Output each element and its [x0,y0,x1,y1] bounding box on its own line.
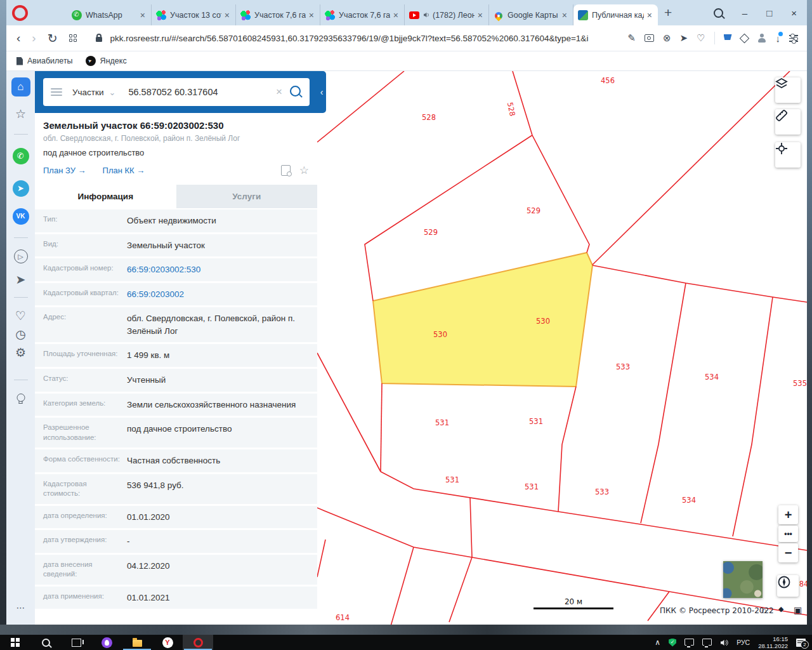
player-icon[interactable]: ▷ [14,249,28,263]
tab-close-icon[interactable]: × [646,10,653,20]
taskbar-search-icon[interactable] [30,635,61,650]
downloads-icon[interactable]: ↓ [776,33,781,44]
tab-audio-icon[interactable] [423,12,430,18]
tips-bulb-icon[interactable] [16,394,25,402]
browser-tab-1[interactable]: WhatsApp× [67,4,152,25]
maximize-button[interactable]: □ [766,8,772,18]
start-button[interactable] [0,635,30,650]
bookmark-aviabilety[interactable]: Авиабилеты [16,56,73,65]
sidebar-setup-icon[interactable] [739,33,749,43]
search-submit-icon[interactable] [290,86,301,99]
telegram-icon[interactable]: ➤ [13,180,29,197]
collapse-panel-handle[interactable]: ‹ [317,71,326,113]
overview-minimap[interactable] [723,561,763,598]
doc-search-icon[interactable] [281,165,291,176]
sidebar-more-icon[interactable]: ⋯ [16,603,25,612]
browser-tab-2[interactable]: Участок 13 сот. (× [152,4,236,25]
forward-button[interactable]: › [32,31,36,45]
notifications-icon[interactable]: 2 [796,639,806,647]
tab-information[interactable]: Информация [35,185,176,208]
object-summary: Земельный участок 66:59:0203002:530 обл.… [35,113,317,177]
parcel-number-label: 614 [336,613,350,622]
url-field[interactable]: pkk.rosreestr.ru/#/search/56.58701608245… [110,34,623,43]
cast-icon[interactable] [684,639,694,646]
shopping-cart-icon[interactable] [724,34,732,40]
ruler-button[interactable] [775,109,801,135]
zoom-out-button[interactable]: − [778,543,798,562]
zoom-in-button[interactable]: + [778,505,798,524]
tab-close-icon[interactable]: × [308,10,315,20]
reload-button[interactable]: ↻ [48,31,58,46]
tray-expand-icon[interactable]: ∧ [655,638,660,647]
info-row-4: Кадастровый квартал:66:59:0203002 [35,283,317,306]
secure-lock-icon[interactable] [96,37,102,42]
opera-taskbar-icon[interactable] [183,635,213,650]
history-clock-icon[interactable]: ◷ [15,328,26,340]
search-box[interactable]: Участки ⌄ 56.587052 60.317604 × [43,78,310,106]
easy-setup-icon[interactable] [789,34,798,42]
map-more-button[interactable]: ••• [778,526,798,542]
minimize-button[interactable]: – [742,8,747,18]
profile-icon[interactable] [757,33,767,43]
task-view-icon[interactable] [61,635,91,650]
adblock-icon[interactable]: ⊗ [663,32,671,44]
network-icon[interactable] [702,639,712,646]
browser-tab-6[interactable]: Google Карты× [489,4,573,25]
tab-search-icon[interactable] [714,8,723,18]
messenger-send-icon[interactable]: ➤ [16,274,26,286]
bookmarks-star-icon[interactable]: ☆ [15,108,26,120]
yandex-browser-icon[interactable]: Y [152,635,183,650]
defender-shield-icon[interactable]: ✓ [669,639,676,647]
parcel-boundaries [317,71,807,625]
back-button[interactable]: ‹ [16,31,20,45]
chevron-down-icon[interactable]: ⌄ [109,88,116,97]
tab-close-icon[interactable]: × [561,10,568,20]
clock[interactable]: 16:15 28.11.2022 [758,635,788,649]
browser-tab-3[interactable]: Участок 7,6 га (И× [236,4,320,25]
map-canvas[interactable]: 4565285285295295305305335345355315315315… [317,71,807,625]
selected-parcel-530[interactable] [373,253,593,387]
clear-search-icon[interactable]: × [276,86,282,98]
language-indicator[interactable]: РУС [737,639,750,646]
file-explorer-icon[interactable] [122,635,152,650]
search-category-select[interactable]: Участки [72,88,104,97]
scale-bar [534,607,613,609]
tab-close-icon[interactable]: × [223,10,231,20]
my-flow-icon[interactable]: ➤ [679,32,688,44]
plan-kk-link[interactable]: План КК → [103,166,145,175]
browser-tab-4[interactable]: Участок 7,6 га (И× [320,4,405,25]
new-tab-button[interactable]: + [664,5,672,20]
close-window-button[interactable]: × [791,8,797,18]
menu-burger-icon[interactable] [51,88,62,96]
center-target-button[interactable] [775,142,801,168]
plan-zu-link[interactable]: План ЗУ → [43,166,86,175]
browser-tab-5[interactable]: (1782) Леони× [405,4,489,25]
bookmark-edit-icon[interactable]: ✎ [627,32,636,44]
tab-close-icon[interactable]: × [476,10,484,20]
layers-button[interactable] [775,77,801,103]
location-diamond-icon[interactable]: ◆ [778,605,783,613]
browser-tab-7[interactable]: Публичная када× [573,4,658,25]
speed-dial-home-icon[interactable]: ⌂ [11,77,30,96]
speed-dial-icon[interactable] [69,34,77,42]
locate-me-button[interactable] [777,575,799,597]
volume-icon[interactable] [720,639,728,646]
favorite-star-icon[interactable]: ☆ [299,164,309,177]
tab-close-icon[interactable]: × [139,10,147,20]
fullscreen-icon[interactable]: ▣ [794,605,802,615]
alice-assistant-icon[interactable] [91,635,122,650]
tab-close-icon[interactable]: × [392,10,400,20]
whatsapp-icon[interactable]: ✆ [13,148,29,164]
opera-menu-icon[interactable] [12,5,28,21]
snapshot-icon[interactable] [645,34,654,42]
vk-icon[interactable]: VK [13,208,29,225]
row-value-link[interactable]: 66:59:0203002:530 [127,263,208,276]
bookmark-yandex[interactable]: Яндекс [86,56,127,66]
settings-gear-icon[interactable]: ⚙ [15,347,26,359]
home-icon[interactable]: ⌂ [761,605,766,615]
likes-heart-icon[interactable]: ♡ [15,310,26,322]
tab-services[interactable]: Услуги [176,185,318,208]
row-value-link[interactable]: 66:59:0203002 [127,288,192,301]
favorites-heart-icon[interactable]: ♡ [697,32,705,44]
search-input[interactable]: 56.587052 60.317604 [128,87,276,97]
